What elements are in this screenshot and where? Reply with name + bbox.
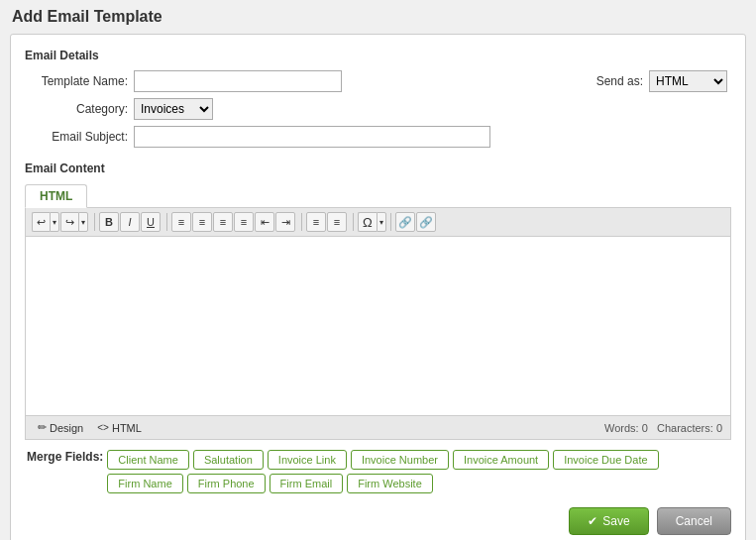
indent-more-btn[interactable]: ⇥: [275, 212, 295, 232]
align-center-btn[interactable]: ≡: [192, 212, 212, 232]
merge-btn-firm-email[interactable]: Firm Email: [270, 474, 344, 493]
merge-btn-firm-website[interactable]: Firm Website: [347, 474, 433, 493]
email-details-section: Email Details Template Name: Send as: HT…: [25, 49, 731, 148]
category-select[interactable]: Invoices General Payments Reminders: [134, 98, 213, 120]
insert-image-btn[interactable]: 🔗: [395, 212, 415, 232]
code-icon: <>: [97, 422, 109, 433]
sep3: [301, 213, 302, 231]
main-panel: Email Details Template Name: Send as: HT…: [10, 34, 746, 540]
sep5: [390, 213, 391, 231]
category-label: Category:: [25, 102, 134, 116]
merge-fields-label: Merge Fields:: [27, 450, 103, 464]
undo-arrow[interactable]: ▾: [50, 212, 59, 232]
view-tabs: ✏ Design <> HTML: [34, 419, 146, 436]
send-as-select[interactable]: HTML Plain Text: [649, 70, 727, 92]
undo-split-btn: ↩ ▾: [32, 212, 59, 232]
ordered-list-btn[interactable]: ≡: [306, 212, 326, 232]
undo-btn[interactable]: ↩: [32, 212, 50, 232]
align-right-btn[interactable]: ≡: [213, 212, 233, 232]
merge-fields-wrap: Client Name Salutation Invoice Link Invo…: [107, 450, 658, 493]
redo-btn[interactable]: ↪: [60, 212, 78, 232]
design-tab-label: Design: [50, 422, 83, 434]
omega-btn[interactable]: Ω: [358, 212, 377, 232]
cancel-button[interactable]: Cancel: [657, 507, 731, 535]
page-title: Add Email Template: [0, 0, 756, 34]
pencil-icon: ✏: [38, 421, 47, 434]
tab-bar: HTML: [25, 183, 731, 208]
editor-bottom-bar: ✏ Design <> HTML Words: 0 Characters: 0: [26, 415, 730, 439]
email-content-label: Email Content: [25, 162, 731, 175]
html-view-tab-label: HTML: [112, 422, 142, 434]
merge-btn-invoice-amount[interactable]: Invoice Amount: [453, 450, 549, 470]
omega-group: Ω ▾: [358, 212, 386, 232]
sep1: [94, 213, 95, 231]
editor-toolbar: ↩ ▾ ↪ ▾ B I U ≡: [26, 208, 730, 237]
save-button[interactable]: ✔ Save: [569, 507, 648, 535]
editor-body[interactable]: [26, 237, 730, 415]
sep4: [353, 213, 354, 231]
align-group: ≡ ≡ ≡ ≡ ⇤ ⇥: [171, 212, 295, 232]
merge-fields-section: Merge Fields: Client Name Salutation Inv…: [25, 450, 731, 493]
editor-container: ↩ ▾ ↪ ▾ B I U ≡: [25, 208, 731, 440]
template-name-input[interactable]: [134, 70, 342, 92]
merge-btn-invoice-due-date[interactable]: Invoice Due Date: [553, 450, 658, 470]
insert-link-btn[interactable]: 🔗: [416, 212, 436, 232]
align-justify-btn[interactable]: ≡: [234, 212, 254, 232]
redo-split-btn: ↪ ▾: [60, 212, 88, 232]
redo-arrow[interactable]: ▾: [78, 212, 88, 232]
indent-less-btn[interactable]: ⇤: [255, 212, 274, 232]
design-tab[interactable]: ✏ Design: [34, 419, 87, 436]
save-label: Save: [602, 514, 629, 528]
email-details-label: Email Details: [25, 49, 731, 62]
list-group: ≡ ≡: [306, 212, 347, 232]
merge-btn-invoice-link[interactable]: Invoice Link: [268, 450, 347, 470]
align-left-btn[interactable]: ≡: [171, 212, 191, 232]
email-subject-input[interactable]: [134, 126, 490, 148]
merge-btn-client-name[interactable]: Client Name: [107, 450, 189, 470]
merge-btn-firm-phone[interactable]: Firm Phone: [187, 474, 266, 493]
html-view-tab[interactable]: <> HTML: [93, 419, 146, 436]
merge-row-1: Client Name Salutation Invoice Link Invo…: [107, 450, 658, 470]
word-char-count: Words: 0 Characters: 0: [604, 422, 722, 434]
unordered-list-btn[interactable]: ≡: [327, 212, 347, 232]
merge-btn-firm-name[interactable]: Firm Name: [107, 474, 182, 493]
bold-btn[interactable]: B: [99, 212, 119, 232]
merge-btn-salutation[interactable]: Salutation: [193, 450, 264, 470]
underline-btn[interactable]: U: [141, 212, 161, 232]
chars-label: Characters: 0: [657, 422, 722, 434]
sep2: [166, 213, 167, 231]
send-as-label: Send as:: [596, 74, 643, 88]
merge-btn-invoice-number[interactable]: Invoice Number: [351, 450, 449, 470]
email-content-section: Email Content HTML ↩ ▾ ↪ ▾: [25, 162, 731, 440]
format-group: B I U: [99, 212, 161, 232]
checkmark-icon: ✔: [588, 514, 597, 528]
italic-btn[interactable]: I: [120, 212, 140, 232]
undo-group: ↩ ▾ ↪ ▾: [32, 212, 88, 232]
merge-row-2: Firm Name Firm Phone Firm Email Firm Web…: [107, 474, 658, 493]
media-group: 🔗 🔗: [395, 212, 436, 232]
tab-html[interactable]: HTML: [25, 184, 87, 208]
omega-arrow[interactable]: ▾: [377, 212, 386, 232]
template-name-label: Template Name:: [25, 74, 134, 88]
words-label: Words: 0: [604, 422, 648, 434]
footer-buttons: ✔ Save Cancel: [25, 503, 731, 537]
email-subject-label: Email Subject:: [25, 130, 134, 144]
